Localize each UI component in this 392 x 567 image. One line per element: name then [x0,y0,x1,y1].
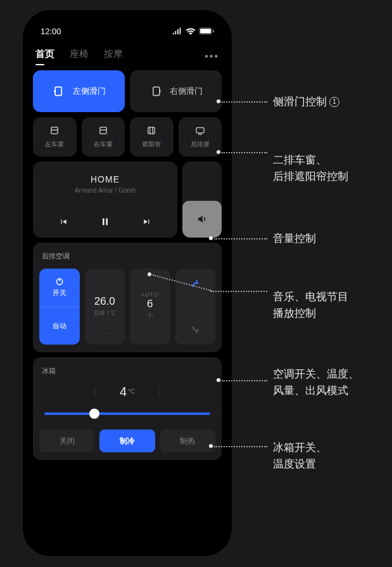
annotation-1: 侧滑门控制1 [273,94,339,110]
ac-mode[interactable] [175,269,216,345]
ac-title: 后排空调 [39,252,215,261]
music-title: HOME [43,174,167,184]
music-artist: Armand Amar / Gomb [43,187,167,194]
tab-home[interactable]: 首页 [35,48,54,64]
music-card: HOME Armand Amar / Gomb [33,162,177,238]
slider-thumb[interactable] [89,409,99,419]
status-time: 12:00 [41,27,61,36]
battery-icon [199,27,214,35]
svg-rect-15 [106,219,108,226]
fridge-temp-value: 4 [120,385,127,398]
left-door-label: 左侧滑门 [73,86,106,97]
fridge-cool-button[interactable]: 制冷 [99,430,155,452]
tab-seat[interactable]: 座椅 [70,48,89,64]
tabs: 首页 座椅 按摩 ••• [33,39,222,70]
tab-more[interactable]: ••• [205,51,219,62]
window-icon [98,125,109,136]
fridge-heat-button[interactable]: 制热 [160,430,215,452]
rear-screen-button[interactable]: 后排屏 [179,117,222,156]
right-window-button[interactable]: 右车窗 [82,117,125,156]
speaker-icon [196,213,208,225]
svg-rect-14 [103,219,104,226]
power-icon [55,277,64,286]
right-door-label: 右侧滑门 [170,86,203,97]
prev-icon [59,217,68,226]
annotation-4: 音乐、电视节目 播放控制 [273,289,348,322]
svg-rect-1 [200,29,211,34]
svg-rect-3 [55,87,61,95]
phone-frame: 12:00 首页 座椅 按摩 ••• 左侧滑门 右侧滑门 左车窗 [23,10,232,556]
svg-rect-4 [153,87,159,95]
prev-button[interactable] [59,217,68,228]
next-icon [142,217,151,226]
annotation-3: 音量控制 [273,231,316,247]
svg-point-18 [149,314,151,315]
ac-switch[interactable]: 开关 自动 [39,269,80,345]
fridge-title: 冰箱 [39,366,215,376]
tab-massage[interactable]: 按摩 [104,48,123,64]
chevron-right-icon[interactable]: 〉 [158,386,166,398]
chevron-up-icon[interactable]: ︿ [101,274,108,284]
volume-button[interactable] [182,201,222,238]
annotation-6: 冰箱开关、 温度设置 [273,440,327,473]
svg-rect-2 [213,30,214,32]
fan-icon [146,310,155,319]
left-door-button[interactable]: 左侧滑门 [33,70,125,112]
svg-rect-9 [148,127,155,134]
sunshade-button[interactable]: 遮阳帘 [130,117,174,156]
annotation-2: 二排车窗、 后排遮阳帘控制 [273,152,348,186]
wifi-icon [186,27,196,35]
next-button[interactable] [142,217,151,228]
ac-temp[interactable]: ︿ 26.0 后排 / ℃ ﹀ [85,269,125,345]
signal-icon [172,27,182,35]
chevron-down-icon[interactable]: ﹀ [101,329,108,339]
right-door-button[interactable]: 右侧滑门 [130,70,222,112]
pause-icon [100,217,110,227]
ac-fan[interactable]: ︿ AUTO 6 ﹀ [130,269,170,345]
ac-section: 后排空调 开关 自动 ︿ 26.0 后排 / ℃ ﹀ [33,243,222,352]
left-window-button[interactable]: 左车窗 [33,117,77,156]
screen-icon [194,125,206,136]
airflow-down-icon [188,322,202,336]
status-icons [172,27,214,35]
pause-button[interactable] [100,217,110,229]
door-icon [149,85,162,98]
status-bar: 12:00 [33,20,222,39]
door-icon [53,85,65,98]
annotation-5: 空调开关、温度、 风量、出风模式 [273,366,359,400]
fridge-off-button[interactable]: 关闭 [39,430,94,452]
chevron-left-icon[interactable]: 〈 [89,386,97,398]
fridge-slider[interactable] [44,409,210,418]
fridge-section: 冰箱 〈 4℃ 〉 关闭 制冷 制热 [33,357,222,460]
volume-card[interactable] [182,162,222,238]
svg-rect-12 [196,128,204,133]
window-icon [49,125,60,136]
sunshade-icon [146,125,157,136]
